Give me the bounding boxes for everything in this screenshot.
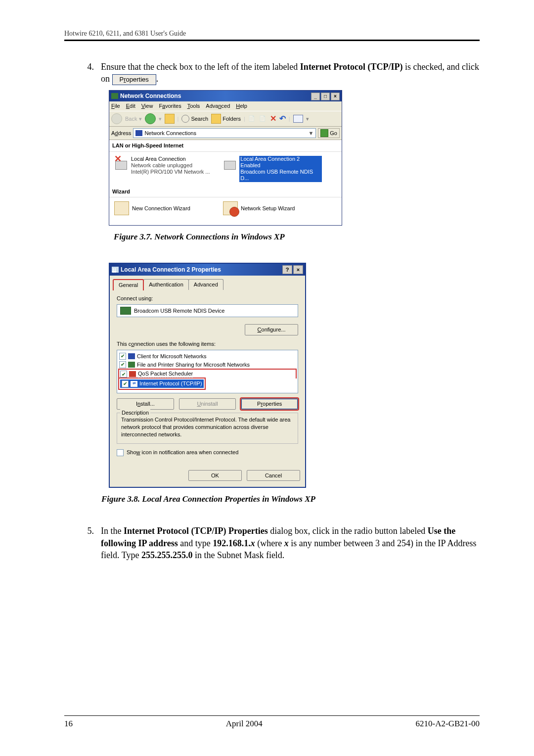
undo-button[interactable]: ↶ <box>279 113 286 124</box>
t: ced <box>222 103 230 109</box>
page-footer: 16 April 2004 6210-A2-GB21-00 <box>64 715 480 729</box>
cancel-button[interactable]: Cancel <box>247 470 300 481</box>
search-icon <box>181 115 189 123</box>
components-listbox[interactable]: ✔Client for Microsoft Networks ✔File and… <box>117 350 298 393</box>
adapter-name: Broadcom USB Remote NDIS Device <box>134 307 224 315</box>
wizard-icon <box>223 201 238 215</box>
folders-button[interactable]: Folders <box>211 114 241 124</box>
titlebar: Network Connections _□× <box>109 91 342 101</box>
t: elp <box>240 103 247 109</box>
go-button[interactable]: Go <box>318 128 340 138</box>
text: . <box>156 74 159 84</box>
wizard-label: New Connection Wizard <box>132 205 190 212</box>
show-icon-checkbox[interactable]: Show icon in notification area when conn… <box>117 449 298 456</box>
connection-icon: ✕ <box>114 156 128 170</box>
back-label: Back ▾ <box>125 115 142 123</box>
error-x-icon: ✕ <box>114 156 122 162</box>
b: 255.255.255.0 <box>141 550 193 560</box>
wizard-icon <box>114 201 129 215</box>
item-label: File and Printer Sharing for Microsoft N… <box>137 361 250 369</box>
list-item[interactable]: ✔File and Printer Sharing for Microsoft … <box>119 361 296 369</box>
location-icon <box>135 130 142 136</box>
group-title: Description <box>120 409 150 417</box>
configure-button[interactable]: Configure... <box>245 324 298 335</box>
step-number: 4. <box>84 61 94 85</box>
conn-status: Network cable unplugged <box>131 162 210 169</box>
adapter-icon: ⇊ <box>112 267 119 273</box>
up-button[interactable] <box>165 114 175 124</box>
address-value: Network Connections <box>144 130 196 137</box>
protocol-icon: ⇄ <box>131 381 137 387</box>
back-button[interactable] <box>111 113 122 124</box>
list-item[interactable]: ✔QoS Packet Scheduler <box>120 370 295 378</box>
conn-name: Local Area Connection 2 <box>239 156 322 162</box>
network-setup-wizard[interactable]: Network Setup Wizard <box>223 201 322 215</box>
maximize-button[interactable]: □ <box>321 93 330 100</box>
delete-button[interactable]: ✕ <box>270 113 276 124</box>
local-area-connection-1[interactable]: ✕ Local Area Connection Network cable un… <box>114 156 213 182</box>
search-button[interactable]: Search <box>181 115 208 123</box>
address-field[interactable]: Network Connections ▼ <box>133 128 316 138</box>
menubar: File Edit View Favorites Tools Advanced … <box>109 101 342 111</box>
uninstall-button[interactable]: Uninstall <box>179 398 236 410</box>
item-label: QoS Packet Scheduler <box>138 370 193 378</box>
tab-bar: General Authentication Advanced <box>113 279 302 290</box>
footer-date: April 2004 <box>226 719 263 729</box>
u: V <box>141 103 145 109</box>
u: C <box>258 327 262 332</box>
conn-device: Intel(R) PRO/100 VM Network ... <box>131 169 210 175</box>
t: operties <box>263 401 282 407</box>
menu-help[interactable]: Help <box>236 102 247 110</box>
network-connections-window: Network Connections _□× File Edit View F… <box>109 90 342 226</box>
views-button[interactable] <box>293 115 303 123</box>
section-wizard: Wizard <box>109 186 342 198</box>
move-to-icon[interactable]: 📄 <box>248 115 256 123</box>
figure-3-8-caption: Figure 3.8. Local Area Connection Proper… <box>101 494 480 505</box>
t: and type <box>178 538 213 548</box>
bold: Internet Protocol (TCP/IP) <box>300 62 403 72</box>
doc-number: 6210-A2-GB21-00 <box>416 719 480 729</box>
menu-favorites[interactable]: Favorites <box>159 102 181 110</box>
forward-button[interactable] <box>145 113 156 124</box>
globe-icon <box>229 207 239 217</box>
menu-view[interactable]: View <box>141 102 153 110</box>
tab-authentication[interactable]: Authentication <box>143 279 189 290</box>
local-area-connection-2[interactable]: Local Area Connection 2 Enabled Broadcom… <box>223 156 322 182</box>
page-number: 16 <box>64 719 73 729</box>
bi: x <box>284 538 289 548</box>
tab-advanced[interactable]: Advanced <box>188 279 223 290</box>
list-item-tcpip[interactable]: ✔⇄Internet Protocol (TCP/IP) <box>120 379 204 388</box>
step-body: In the Internet Protocol (TCP/IP) Proper… <box>101 525 480 561</box>
p: Sho <box>127 449 136 455</box>
close-button[interactable]: × <box>331 93 340 100</box>
menu-tools[interactable]: Tools <box>187 102 200 110</box>
menu-file[interactable]: File <box>111 102 120 110</box>
folder-icon <box>211 114 221 124</box>
tab-general[interactable]: General <box>113 279 144 290</box>
menu-advanced[interactable]: Advanced <box>206 102 230 110</box>
close-button[interactable]: × <box>293 265 303 274</box>
checkbox-icon[interactable]: ✔ <box>119 353 126 360</box>
checkbox-icon[interactable]: ✔ <box>120 371 127 378</box>
t: dialog box, click in the radio button la… <box>268 526 428 536</box>
list-item[interactable]: ✔Client for Microsoft Networks <box>119 352 296 361</box>
conn-name: Local Area Connection <box>131 156 210 162</box>
help-button[interactable]: ? <box>282 265 292 274</box>
checkbox-icon[interactable]: ✔ <box>122 380 129 387</box>
conn-device: Broadcom USB Remote NDIS D... <box>239 169 322 182</box>
install-button[interactable]: Install... <box>117 398 174 410</box>
lac-properties-dialog: ⇊ Local Area Connection 2 Properties ?× … <box>109 263 306 488</box>
t: Folders <box>222 115 241 123</box>
checkbox-icon[interactable]: ✔ <box>119 361 126 368</box>
new-connection-wizard[interactable]: New Connection Wizard <box>114 201 213 215</box>
minimize-button[interactable]: _ <box>311 93 320 100</box>
address-label: Address <box>111 130 131 137</box>
uses-label: This connection uses the following items… <box>117 340 298 348</box>
t: operties <box>126 76 149 83</box>
checkbox-icon[interactable] <box>117 449 124 456</box>
copy-to-icon[interactable]: 📄 <box>259 115 267 123</box>
menu-edit[interactable]: Edit <box>126 102 135 110</box>
step-4: 4. Ensure that the check box to the left… <box>84 61 480 85</box>
ok-button[interactable]: OK <box>188 470 242 481</box>
properties-button[interactable]: Properties <box>241 398 298 410</box>
